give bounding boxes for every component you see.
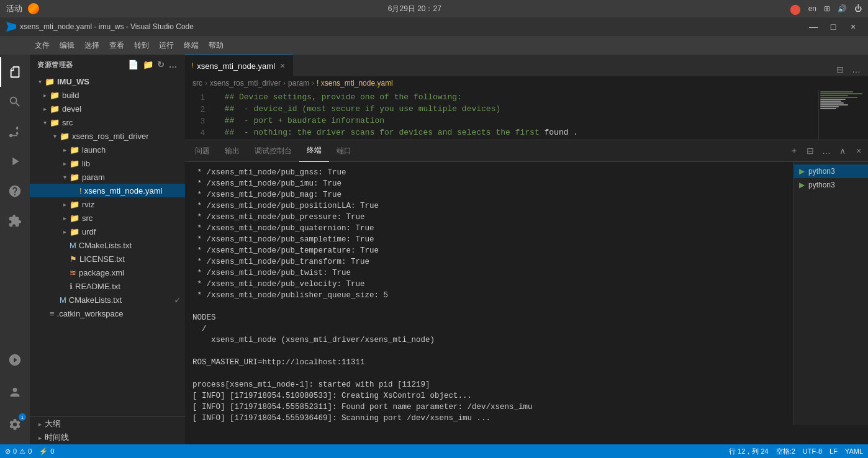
status-position[interactable]: 行 12，列 24 xyxy=(729,447,769,456)
tree-item-src2[interactable]: ▸ 📁 src xyxy=(30,211,185,225)
tree-item-xsens-driver[interactable]: ▾ 📁 xsens_ros_mti_driver xyxy=(30,129,185,143)
close-button[interactable]: × xyxy=(844,20,862,33)
title-bar: xsens_mti_node.yaml - imu_ws - Visual St… xyxy=(0,17,868,36)
activity-help[interactable] xyxy=(0,176,30,206)
term-line: * /xsens_mti_node/pub_imu: True xyxy=(192,178,786,189)
term-line: * /xsens_mti_node/pub_quaternion: True xyxy=(192,223,786,234)
tree-item-yaml[interactable]: ! xsens_mti_node.yaml xyxy=(30,184,185,197)
maximize-button[interactable]: □ xyxy=(825,20,842,33)
terminal-session-1[interactable]: ▶ python3 xyxy=(794,164,868,178)
status-eol[interactable]: LF xyxy=(830,447,838,456)
file-tree: ▾ 📁 IMU_WS ▸ 📁 build ▸ 📁 devel ▾ 📁 src ▾ xyxy=(30,74,185,416)
panel-tab-output[interactable]: 输出 xyxy=(217,140,247,162)
activity-source-control[interactable] xyxy=(0,117,30,146)
python-icon-2: ▶ xyxy=(799,181,805,189)
menu-terminal[interactable]: 终端 xyxy=(179,38,204,53)
menu-goto[interactable]: 转到 xyxy=(129,38,154,53)
status-language[interactable]: YAML xyxy=(845,447,863,456)
tree-item-lib[interactable]: ▸ 📁 lib xyxy=(30,156,185,170)
tab-close-yaml[interactable]: × xyxy=(279,60,286,72)
split-terminal-button[interactable]: ⊟ xyxy=(803,144,817,158)
network-icon: ⊞ xyxy=(824,4,830,13)
minimap xyxy=(818,90,868,140)
term-line: * /xsens_mti_node/pub_sampletime: True xyxy=(192,234,786,245)
term-line: * /xsens_mti_node/pub_gnss: True xyxy=(192,167,786,178)
breadcrumb-src[interactable]: src xyxy=(192,79,202,88)
tab-yaml[interactable]: ! xsens_mti_node.yaml × xyxy=(185,55,293,76)
tree-item-catkin[interactable]: ≡ .catkin_workspace xyxy=(30,307,185,320)
session-label-2: python3 xyxy=(808,181,835,189)
tree-item-cmake1[interactable]: M CMakeLists.txt xyxy=(30,238,185,252)
tree-item-urdf[interactable]: ▸ 📁 urdf xyxy=(30,225,185,238)
activity-remote[interactable] xyxy=(0,345,30,375)
tab-yaml-label: xsens_mti_node.yaml xyxy=(197,61,275,71)
status-bar: ⊘ 0 ⚠ 0 ⚡ 0 行 12，列 24 空格:2 UTF-8 LF YAML xyxy=(0,444,868,458)
sidebar: 资源管理器 📄 📁 ↻ … ▾ 📁 IMU_WS ▸ 📁 build ▸ xyxy=(30,55,185,444)
menu-view[interactable]: 查看 xyxy=(104,38,129,53)
activity-search[interactable] xyxy=(0,87,30,117)
tree-item-cmake2[interactable]: M CMakeLists.txt ↙ xyxy=(30,293,185,307)
term-line: * /xsens_mti_node/publisher_queue_size: … xyxy=(192,290,786,301)
status-encoding[interactable]: UTF-8 xyxy=(803,447,822,456)
tree-item-rviz[interactable]: ▸ 📁 rviz xyxy=(30,197,185,211)
menu-file[interactable]: 文件 xyxy=(30,38,55,53)
term-line: * /xsens_mti_node/pub_pressure: True xyxy=(192,212,786,223)
menu-select[interactable]: 选择 xyxy=(79,38,104,53)
tree-item-launch[interactable]: ▸ 📁 launch xyxy=(30,143,185,156)
code-line-4: ## - nothing: the driver scans for devic… xyxy=(215,127,818,138)
tree-item-license[interactable]: ⚑ LICENSE.txt xyxy=(30,252,185,266)
menu-bar[interactable]: 文件 编辑 选择 查看 转到 运行 终端 帮助 xyxy=(30,38,228,53)
menu-help[interactable]: 帮助 xyxy=(204,38,228,53)
term-line: [ INFO] [1719718054.669706938]: Found a … xyxy=(192,424,786,425)
panel-tab-problems[interactable]: 问题 xyxy=(188,140,217,162)
panel-more-button[interactable]: … xyxy=(820,144,833,158)
status-spaces[interactable]: 空格:2 xyxy=(776,447,795,456)
refresh-icon[interactable]: ↻ xyxy=(157,60,165,70)
breadcrumb-param[interactable]: param xyxy=(288,79,309,88)
term-line: ROS_MASTER_URI=http://localhost:11311 xyxy=(192,357,786,368)
terminal-session-2[interactable]: ▶ python3 xyxy=(794,178,868,192)
panel-tab-ports[interactable]: 端口 xyxy=(329,140,359,162)
tree-item-build[interactable]: ▸ 📁 build xyxy=(30,88,185,102)
tree-item-devel[interactable]: ▸ 📁 devel xyxy=(30,102,185,115)
activity-explorer[interactable] xyxy=(0,57,30,87)
new-folder-icon[interactable]: 📁 xyxy=(143,60,154,70)
timeline-section[interactable]: ▸ 时间线 xyxy=(30,431,185,444)
panel-maximize-button[interactable]: ∧ xyxy=(836,144,849,158)
tree-item-package-xml[interactable]: ≋ package.xml xyxy=(30,266,185,279)
breadcrumb-driver[interactable]: xsens_ros_mti_driver xyxy=(210,79,281,88)
menu-edit[interactable]: 编辑 xyxy=(55,38,79,53)
terminal-content[interactable]: * /xsens_mti_node/pub_gnss: True * /xsen… xyxy=(185,162,793,425)
activity-extensions[interactable] xyxy=(0,206,30,236)
breadcrumb: src › xsens_ros_mti_driver › param › ! x… xyxy=(185,76,868,90)
breadcrumb-file[interactable]: ! xsens_mti_node.yaml xyxy=(317,79,393,88)
split-editor-button[interactable]: ⊟ xyxy=(833,63,847,76)
new-terminal-button[interactable]: ＋ xyxy=(787,144,801,158)
more-actions-button[interactable]: … xyxy=(849,63,863,76)
code-section: 1 2 3 4 ## Device settings, provide one … xyxy=(185,90,868,140)
minimize-icon[interactable]: ⬤ xyxy=(790,3,801,15)
activity-settings[interactable]: 1 xyxy=(0,410,30,439)
term-line xyxy=(192,346,786,357)
panel-tab-debug[interactable]: 调试控制台 xyxy=(247,140,299,162)
panel-close-button[interactable]: × xyxy=(852,144,866,158)
tree-item-src[interactable]: ▾ 📁 src xyxy=(30,115,185,129)
outline-section[interactable]: ▸ 大纲 xyxy=(30,417,185,431)
activity-label: 活动 xyxy=(6,3,22,14)
firefox-icon[interactable] xyxy=(27,2,40,15)
status-git[interactable]: ⚡ 0 xyxy=(39,447,54,456)
panel-tab-terminal[interactable]: 终端 xyxy=(299,140,329,162)
minimize-button[interactable]: — xyxy=(805,20,822,33)
tree-item-imu-ws[interactable]: ▾ 📁 IMU_WS xyxy=(30,74,185,88)
outline-label: 大纲 xyxy=(45,418,61,429)
activity-run-debug[interactable] xyxy=(0,146,30,176)
code-content[interactable]: ## Device settings, provide one of the f… xyxy=(210,90,818,140)
activity-account[interactable] xyxy=(0,377,30,407)
tree-item-param[interactable]: ▾ 📁 param xyxy=(30,170,185,184)
error-icon: ⊘ xyxy=(5,447,11,456)
more-options-icon[interactable]: … xyxy=(169,60,178,70)
tree-item-readme[interactable]: ℹ README.txt xyxy=(30,279,185,293)
new-file-icon[interactable]: 📄 xyxy=(128,60,139,70)
status-errors[interactable]: ⊘ 0 ⚠ 0 xyxy=(5,447,32,456)
menu-run[interactable]: 运行 xyxy=(154,38,179,53)
